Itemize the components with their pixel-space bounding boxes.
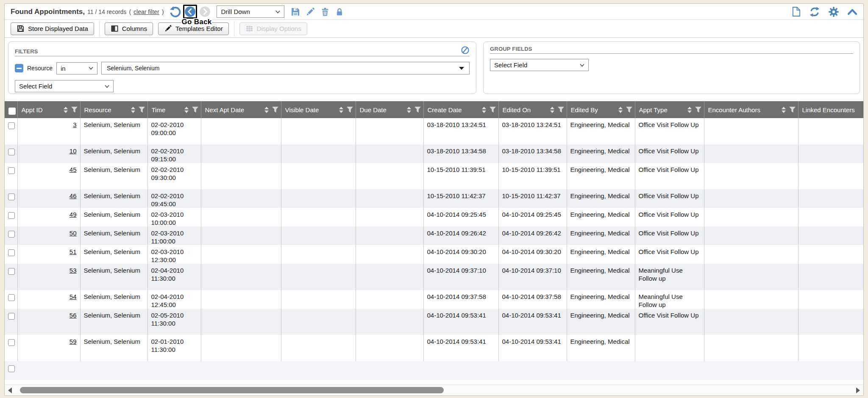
scrollbar-thumb[interactable] (20, 387, 444, 393)
appt-id-link[interactable]: 54 (70, 293, 77, 300)
filter-funnel-icon[interactable] (71, 107, 78, 113)
undo-icon[interactable] (169, 6, 181, 18)
create-date-cell: 04-10-2014 09:53:41 (423, 309, 498, 335)
filter-funnel-icon[interactable] (272, 107, 278, 113)
filter-funnel-icon[interactable] (415, 107, 421, 113)
sort-icon[interactable] (64, 107, 68, 113)
due-date-cell (356, 118, 423, 144)
filter-funnel-icon[interactable] (695, 107, 701, 113)
appt-id-link[interactable]: 51 (70, 248, 77, 255)
go-forward-icon[interactable] (199, 6, 211, 17)
appt-type-cell: Meaningful Use Follow up (635, 290, 704, 309)
row-checkbox[interactable] (8, 268, 15, 275)
clear-filter-link[interactable]: clear filter (134, 8, 159, 15)
appt-id-link[interactable]: 46 (70, 192, 77, 199)
col-next-apt-date: Next Apt Date (205, 106, 261, 113)
due-date-cell (356, 189, 423, 208)
save-icon[interactable] (290, 7, 300, 17)
row-checkbox[interactable] (8, 365, 15, 372)
row-checkbox[interactable] (8, 212, 15, 219)
lock-icon[interactable] (335, 7, 344, 17)
filter-funnel-icon[interactable] (490, 107, 496, 113)
new-file-icon[interactable] (791, 6, 801, 17)
sort-icon[interactable] (782, 107, 786, 113)
row-checkbox[interactable] (8, 313, 15, 320)
row-checkbox[interactable] (8, 249, 15, 256)
sort-icon[interactable] (550, 107, 554, 113)
sort-icon[interactable] (184, 107, 189, 113)
horizontal-scrollbar[interactable] (5, 384, 863, 395)
columns-button[interactable]: Columns (105, 22, 153, 35)
time-cell: 02-03-201012:30:00 (147, 245, 201, 264)
row-checkbox[interactable] (8, 122, 15, 129)
sort-icon[interactable] (264, 107, 269, 113)
toolbar-divider (99, 21, 100, 36)
encounter-authors-cell (704, 227, 798, 245)
group-field-select[interactable]: Select Field (490, 59, 589, 71)
select-all-checkbox[interactable] (8, 108, 16, 115)
encounter-authors-cell (704, 144, 798, 163)
edited-on-cell: 04-10-2014 09:37:10 (498, 264, 567, 290)
delete-trash-icon[interactable] (320, 7, 330, 17)
grid-icon (245, 25, 253, 33)
store-displayed-data-button[interactable]: Store Displayed Data (11, 22, 94, 35)
next-apt-date-cell (201, 290, 281, 309)
filter-funnel-icon[interactable] (789, 107, 796, 113)
remove-filter-icon[interactable] (15, 64, 23, 72)
sort-icon[interactable] (407, 107, 411, 113)
row-checkbox[interactable] (8, 294, 15, 301)
appt-id-link[interactable]: 59 (70, 338, 77, 345)
sort-icon[interactable] (482, 107, 486, 113)
resource-cell: Selenium, Selenium (80, 118, 147, 144)
appt-id-link[interactable]: 49 (70, 211, 77, 218)
table-row: 53 Selenium, Selenium 02-04-201011:30:00… (5, 264, 863, 290)
row-checkbox[interactable] (8, 149, 15, 155)
filter-funnel-icon[interactable] (626, 107, 632, 113)
col-resource: Resource (84, 106, 128, 113)
go-back-icon[interactable] (184, 6, 196, 17)
appt-id-link[interactable]: 45 (70, 166, 77, 173)
appt-id-link[interactable]: 56 (70, 312, 77, 319)
filter-funnel-icon[interactable] (347, 107, 353, 113)
filter-row: Resource in Selenium, Selenium (15, 62, 470, 75)
scroll-left-arrow-icon[interactable] (8, 387, 12, 393)
scroll-right-arrow-icon[interactable] (856, 387, 860, 393)
clear-all-filters-icon[interactable] (461, 46, 470, 55)
add-filter-row: Select Field (15, 80, 470, 92)
sort-icon[interactable] (131, 107, 135, 113)
sort-icon[interactable] (339, 107, 343, 113)
appt-id-link[interactable]: 50 (70, 229, 77, 237)
sort-icon[interactable] (618, 107, 623, 113)
appt-id-link[interactable]: 10 (70, 147, 77, 155)
row-checkbox[interactable] (8, 167, 15, 174)
create-date-cell: 03-18-2010 13:24:51 (423, 118, 498, 144)
appt-id-link[interactable]: 53 (70, 267, 77, 274)
next-apt-date-cell (201, 245, 281, 264)
go-back-tooltip: Go Back (181, 18, 211, 26)
edit-pencil-icon[interactable] (305, 7, 315, 17)
row-checkbox[interactable] (8, 339, 15, 346)
filter-operator-select[interactable]: in (56, 62, 97, 75)
collapse-chevron-icon[interactable] (847, 8, 857, 15)
filters-header: FILTERS (15, 46, 470, 56)
sort-icon[interactable] (687, 107, 692, 113)
refresh-icon[interactable] (809, 6, 820, 17)
col-edited-by: Edited By (571, 106, 615, 113)
drilldown-select[interactable]: Drill Down (217, 6, 284, 18)
appt-id-link[interactable]: 3 (73, 121, 76, 128)
filter-funnel-icon[interactable] (139, 107, 145, 113)
row-checkbox[interactable] (8, 193, 15, 200)
appointments-table: Appt ID Resource Time Next Apt Date Visi… (5, 101, 863, 380)
chevron-down-icon (580, 64, 584, 67)
linked-encounters-cell (798, 118, 863, 144)
visible-date-cell (281, 208, 356, 227)
filter-funnel-icon[interactable] (558, 107, 564, 113)
visible-date-cell (281, 335, 356, 361)
linked-encounters-cell (798, 335, 863, 361)
gear-icon[interactable] (828, 6, 839, 17)
filter-funnel-icon[interactable] (192, 107, 198, 113)
filter-value-combobox[interactable]: Selenium, Selenium (101, 62, 470, 75)
add-filter-field-select[interactable]: Select Field (15, 80, 114, 92)
due-date-cell (356, 208, 423, 227)
row-checkbox[interactable] (8, 231, 15, 238)
